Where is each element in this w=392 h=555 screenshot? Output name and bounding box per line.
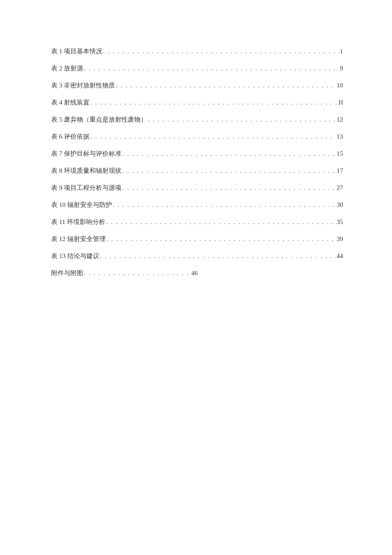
toc-entry: 表 13 结论与建议44 — [51, 252, 343, 261]
toc-leader-dots — [122, 183, 336, 192]
toc-entry-page: 10 — [337, 81, 343, 90]
toc-entry-label: 表 8 环境质量和辐射现状 — [51, 166, 121, 175]
toc-entry: 表 6 评价依据13 — [51, 132, 343, 141]
toc-leader-dots — [122, 166, 336, 175]
toc-entry-page: 27 — [337, 183, 343, 192]
toc-entry: 附件与附图46 — [51, 269, 343, 278]
toc-entry-page: 46 — [191, 269, 198, 278]
toc-entry-page: 12 — [337, 115, 343, 124]
toc-leader-dots — [100, 252, 336, 261]
toc-entry-page: 15 — [337, 149, 343, 158]
toc-entry-page: 13 — [337, 132, 343, 141]
toc-entry-label: 表 13 结论与建议 — [51, 252, 99, 261]
toc-entry: 表 4 射线装置H — [51, 98, 343, 107]
toc-leader-dots — [103, 47, 339, 56]
toc-entry-label: 表 2 放射源 — [51, 64, 83, 73]
toc-leader-dots — [107, 235, 336, 244]
toc-entry: 表 3 非密封放射性物质10 — [51, 81, 343, 90]
toc-entry-label: 表 11 环境影响分析 — [51, 218, 105, 227]
toc-entry: 表 12 辐射安全管理39 — [51, 235, 343, 244]
toc-entry-page: 9 — [340, 64, 343, 73]
toc-entry-page: 30 — [337, 200, 343, 209]
toc-entry-label: 表 5 废弃物（重点是放射性废物） — [51, 115, 147, 124]
toc-entry: 表 9 项目工程分析与源项27 — [51, 183, 343, 192]
toc-entry-label: 附件与附图 — [51, 269, 83, 278]
toc-leader-dots — [84, 269, 190, 278]
toc-leader-dots — [113, 200, 336, 209]
toc-entry-label: 表 10 辐射安全与防护 — [51, 200, 112, 209]
toc-entry-page: 39 — [337, 235, 343, 244]
toc-entry: 表 8 环境质量和辐射现状17 — [51, 166, 343, 175]
toc-entry-page: 35 — [337, 218, 343, 227]
table-of-contents: 表 1 项目基本情况1表 2 放射源9表 3 非密封放射性物质10表 4 射线装… — [51, 47, 343, 278]
toc-entry-page: 17 — [337, 166, 343, 175]
toc-entry-label: 表 7 保护目标与评价标准 — [51, 149, 121, 158]
toc-entry: 表 10 辐射安全与防护30 — [51, 200, 343, 209]
toc-entry-page: H — [338, 98, 343, 107]
toc-leader-dots — [84, 64, 339, 73]
toc-entry-page: 1 — [340, 47, 343, 56]
toc-entry-label: 表 12 辐射安全管理 — [51, 235, 106, 244]
toc-leader-dots — [90, 132, 336, 141]
toc-entry: 表 2 放射源9 — [51, 64, 343, 73]
toc-entry: 表 11 环境影响分析35 — [51, 218, 343, 227]
toc-entry: 表 7 保护目标与评价标准15 — [51, 149, 343, 158]
toc-leader-dots — [148, 115, 336, 124]
toc-leader-dots — [116, 81, 336, 90]
toc-entry-label: 表 6 评价依据 — [51, 132, 89, 141]
toc-entry: 表 5 废弃物（重点是放射性废物）12 — [51, 115, 343, 124]
toc-leader-dots — [122, 149, 336, 158]
toc-entry: 表 1 项目基本情况1 — [51, 47, 343, 56]
toc-entry-label: 表 4 射线装置 — [51, 98, 89, 107]
toc-leader-dots — [106, 218, 336, 227]
toc-entry-label: 表 3 非密封放射性物质 — [51, 81, 115, 90]
toc-entry-page: 44 — [337, 252, 343, 261]
toc-entry-label: 表 1 项目基本情况 — [51, 47, 102, 56]
toc-leader-dots — [90, 98, 337, 107]
toc-entry-label: 表 9 项目工程分析与源项 — [51, 183, 121, 192]
